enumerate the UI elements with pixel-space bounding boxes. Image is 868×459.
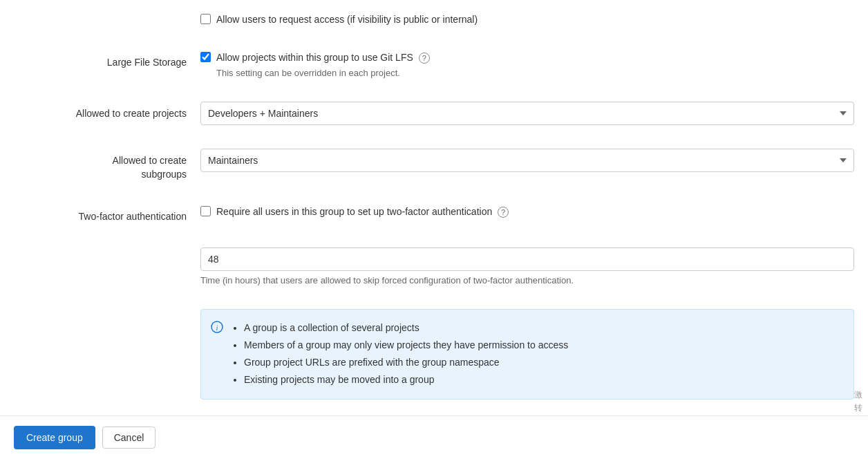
info-box-row: i A group is a collection of several pro… — [0, 303, 868, 405]
lfs-help-text: This setting can be overridden in each p… — [216, 68, 854, 78]
create-subgroups-label: Allowed to create subgroups — [14, 149, 200, 181]
lfs-checkbox[interactable] — [200, 52, 211, 62]
info-item-2: Members of a group may only view project… — [244, 337, 568, 354]
two-factor-checkbox-label: Require all users in this group to set u… — [216, 205, 509, 219]
info-box-label — [14, 309, 200, 315]
create-projects-content: Developers + Maintainers No one Maintain… — [200, 102, 854, 125]
svg-text:i: i — [216, 323, 218, 331]
request-access-checkbox-row: Allow users to request access (if visibi… — [200, 12, 854, 27]
two-factor-content: Require all users in this group to set u… — [200, 205, 854, 219]
cancel-button[interactable]: Cancel — [102, 427, 156, 449]
create-subgroups-select[interactable]: Maintainers No one Developers + Maintain… — [200, 149, 854, 172]
skip-hours-content: Time (in hours) that users are allowed t… — [200, 247, 854, 285]
lfs-row: Large File Storage Allow projects within… — [0, 45, 868, 84]
lfs-label: Large File Storage — [14, 50, 200, 70]
skip-hours-input[interactable] — [200, 247, 854, 271]
info-box: i A group is a collection of several pro… — [200, 309, 854, 400]
create-projects-label: Allowed to create projects — [14, 102, 200, 121]
request-access-label — [14, 12, 200, 18]
lfs-content: Allow projects within this group to use … — [200, 50, 854, 78]
lfs-checkbox-label: Allow projects within this group to use … — [216, 50, 430, 65]
two-factor-row: Two-factor authentication Require all us… — [0, 199, 868, 230]
two-factor-checkbox[interactable] — [200, 206, 211, 216]
form-area: Allow users to request access (if visibi… — [0, 0, 868, 459]
info-item-4: Existing projects may be moved into a gr… — [244, 371, 568, 388]
info-item-3: Group project URLs are prefixed with the… — [244, 354, 568, 371]
page-container: Allow users to request access (if visibi… — [0, 0, 868, 459]
footer-bar: Create group Cancel — [0, 415, 868, 459]
create-projects-select[interactable]: Developers + Maintainers No one Maintain… — [200, 102, 854, 125]
skip-hours-row: Time (in hours) that users are allowed t… — [0, 242, 868, 291]
two-factor-label: Two-factor authentication — [14, 205, 200, 224]
info-item-1: A group is a collection of several proje… — [244, 319, 568, 337]
watermark-line2: 转 — [854, 402, 862, 415]
two-factor-checkbox-row: Require all users in this group to set u… — [200, 205, 854, 219]
create-subgroups-content: Maintainers No one Developers + Maintain… — [200, 149, 854, 172]
request-access-checkbox[interactable] — [200, 14, 211, 24]
skip-hours-label — [14, 247, 200, 253]
lfs-checkbox-row: Allow projects within this group to use … — [200, 50, 854, 65]
two-factor-help-icon[interactable]: ? — [498, 207, 509, 218]
create-projects-row: Allowed to create projects Developers + … — [0, 96, 868, 131]
lfs-help-icon[interactable]: ? — [419, 53, 430, 64]
request-access-content: Allow users to request access (if visibi… — [200, 12, 854, 27]
create-subgroups-row: Allowed to create subgroups Maintainers … — [0, 143, 868, 187]
create-group-button[interactable]: Create group — [14, 426, 95, 449]
skip-hours-help-text: Time (in hours) that users are allowed t… — [200, 275, 854, 285]
info-circle-icon: i — [211, 321, 223, 337]
info-box-content: i A group is a collection of several pro… — [200, 309, 854, 400]
watermark: 激 转 — [849, 386, 868, 418]
request-access-row: Allow users to request access (if visibi… — [0, 7, 868, 32]
info-list: A group is a collection of several proje… — [232, 319, 568, 389]
watermark-line1: 激 — [854, 388, 862, 402]
request-access-checkbox-label: Allow users to request access (if visibi… — [216, 12, 478, 27]
